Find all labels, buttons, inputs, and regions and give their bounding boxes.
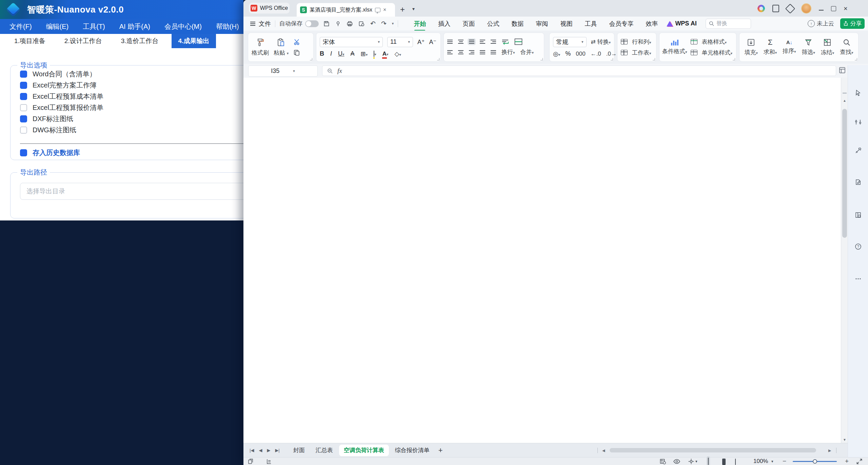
format-painter-button[interactable]: 格式刷 — [252, 33, 269, 61]
app-tab-3[interactable]: 3.造价工作台 — [116, 34, 163, 48]
italic-icon[interactable]: I — [330, 50, 332, 57]
strikethrough-icon[interactable]: A — [351, 50, 355, 57]
increase-decimal-icon[interactable]: ←.0 — [591, 51, 601, 57]
fill-color-icon[interactable]: ▾ — [374, 51, 376, 57]
cursor-icon[interactable] — [848, 90, 868, 98]
export-option-row[interactable]: Excel工程预算报价清单 — [20, 104, 103, 111]
ribbon-tab-工具[interactable]: 工具 — [585, 20, 597, 28]
checkbox[interactable] — [20, 115, 27, 122]
align-left-icon[interactable] — [447, 50, 453, 54]
user-avatar[interactable] — [801, 3, 811, 14]
last-sheet-icon[interactable]: ▶| — [275, 448, 279, 453]
prev-sheet-icon[interactable]: ◀ — [259, 448, 262, 453]
ribbon-tab-插入[interactable]: 插入 — [438, 20, 450, 28]
paste-button[interactable]: 粘贴 ▾ — [274, 33, 289, 61]
scroll-up-icon[interactable]: ▲ — [841, 99, 848, 102]
selection-mode-dropdown-icon[interactable]: ▾ — [695, 459, 697, 464]
app-menu-item[interactable]: AI 助手(A) — [119, 22, 150, 31]
freeze-button[interactable]: 冻结▾ — [821, 33, 834, 61]
name-box-dropdown-icon[interactable]: ▾ — [293, 69, 295, 73]
quick-access-dropdown-icon[interactable]: ▾ — [392, 21, 394, 26]
pin-icon[interactable] — [335, 21, 341, 27]
app-tab-4[interactable]: 4.成果输出 — [172, 34, 216, 48]
table-tools-icon[interactable] — [660, 459, 666, 464]
zoom-level[interactable]: 100% — [753, 458, 768, 465]
hscroll-left-icon[interactable]: ◀ — [602, 448, 605, 453]
table-style-button[interactable]: 表格样式▾ — [691, 38, 733, 46]
eraser-icon[interactable]: ◇▾ — [395, 50, 401, 58]
search-box[interactable]: 替换 — [706, 19, 751, 29]
present-mode-icon[interactable] — [375, 8, 380, 12]
wrap-text-button[interactable]: 换行▾ — [501, 48, 515, 56]
cut-icon[interactable] — [293, 38, 300, 45]
save-history-checkbox-row[interactable]: 存入历史数据库 — [20, 148, 80, 157]
bold-icon[interactable]: B — [320, 50, 324, 57]
formula-input[interactable]: fx — [322, 65, 836, 76]
formula-search-icon[interactable] — [327, 68, 333, 74]
autosave-toggle-row[interactable]: 自动保存 — [279, 20, 319, 27]
slicer-icon[interactable] — [848, 119, 868, 127]
wps-home-tab[interactable]: W WPS Office — [249, 3, 290, 14]
zoom-slider-knob[interactable] — [813, 459, 817, 464]
minimize-button[interactable] — [819, 10, 824, 11]
ribbon-tab-开始[interactable]: 开始 — [414, 20, 426, 28]
distributed-icon[interactable] — [491, 50, 496, 54]
tab-list-dropdown-icon[interactable]: ▾ — [412, 6, 415, 12]
horizontal-scroll-thumb[interactable] — [610, 448, 816, 452]
share-button[interactable]: 分享 — [840, 18, 865, 29]
number-format-select[interactable]: 常规▾ — [553, 37, 587, 47]
autosave-toggle[interactable] — [305, 20, 319, 27]
ribbon-tab-页面[interactable]: 页面 — [462, 20, 475, 28]
sheet-tab[interactable]: 汇总表 — [311, 443, 338, 457]
merge-cells-icon[interactable] — [514, 38, 522, 45]
outline-icon[interactable] — [266, 459, 272, 464]
export-option-row[interactable]: Excel完整方案工作簿 — [20, 81, 103, 89]
hscroll-right-icon[interactable]: ▶ — [828, 448, 831, 453]
book-search-icon[interactable] — [848, 212, 868, 220]
align-bottom-icon[interactable] — [469, 40, 474, 44]
sort-button[interactable]: A↓ 排序▾ — [783, 33, 796, 61]
workspace-icon[interactable] — [772, 5, 779, 12]
decrease-indent-icon[interactable] — [480, 40, 485, 44]
undo-icon[interactable]: ↶ — [370, 20, 376, 27]
vertical-scroll-thumb[interactable] — [842, 109, 847, 238]
filter-button[interactable]: 筛选▾ — [802, 33, 815, 61]
wps-ai-button[interactable]: WPS AI — [667, 20, 696, 27]
macro-icon[interactable] — [248, 459, 254, 464]
app-menu-item[interactable]: 编辑(E) — [46, 22, 69, 31]
checkbox[interactable] — [20, 104, 27, 111]
redo-icon[interactable]: ↷ — [381, 20, 387, 27]
help-icon[interactable]: ? — [848, 243, 868, 251]
page-break-view-button[interactable] — [735, 459, 736, 465]
align-top-icon[interactable] — [447, 40, 453, 44]
maximize-button[interactable] — [831, 6, 836, 11]
justify-icon[interactable] — [480, 50, 485, 54]
font-name-select[interactable]: 宋体▾ — [320, 37, 383, 47]
currency-icon[interactable]: ◎▾ — [553, 50, 560, 58]
selection-mode-icon[interactable] — [688, 459, 694, 464]
fx-icon[interactable]: fx — [337, 67, 342, 75]
ribbon-tab-数据[interactable]: 数据 — [511, 20, 524, 28]
fill-button[interactable]: 填充▾ — [744, 33, 758, 61]
cloud-status[interactable]: ↑ 未上云 — [808, 20, 834, 27]
file-menu[interactable]: 文件 — [259, 20, 271, 28]
print-icon[interactable] — [347, 21, 353, 27]
decrease-font-icon[interactable]: A⁻ — [429, 38, 437, 46]
more-icon[interactable] — [848, 275, 868, 284]
app-menu-item[interactable]: 文件(F) — [9, 22, 32, 31]
find-button[interactable]: 查找▾ — [840, 33, 853, 61]
ribbon-tab-公式[interactable]: 公式 — [487, 20, 499, 28]
sum-button[interactable]: Σ 求和▾ — [764, 33, 777, 61]
borders-icon[interactable]: ⊞▾ — [361, 50, 368, 58]
sheet-tab[interactable]: 综合报价清单 — [390, 443, 434, 457]
apps-icon[interactable] — [785, 3, 795, 14]
underline-icon[interactable]: U▾ — [338, 50, 344, 57]
menu-hamburger-icon[interactable] — [250, 22, 255, 26]
zoom-dropdown-icon[interactable]: ▾ — [771, 459, 773, 464]
export-path-input[interactable]: 选择导出目录 — [20, 183, 248, 200]
decrease-decimal-icon[interactable]: .0→ — [606, 51, 617, 57]
conditional-format-button[interactable]: 条件格式▾ — [662, 33, 687, 61]
normal-view-button[interactable] — [708, 459, 709, 465]
convert-button[interactable]: ⇄ 转换▾ — [591, 38, 611, 46]
copy-icon[interactable] — [293, 49, 300, 56]
